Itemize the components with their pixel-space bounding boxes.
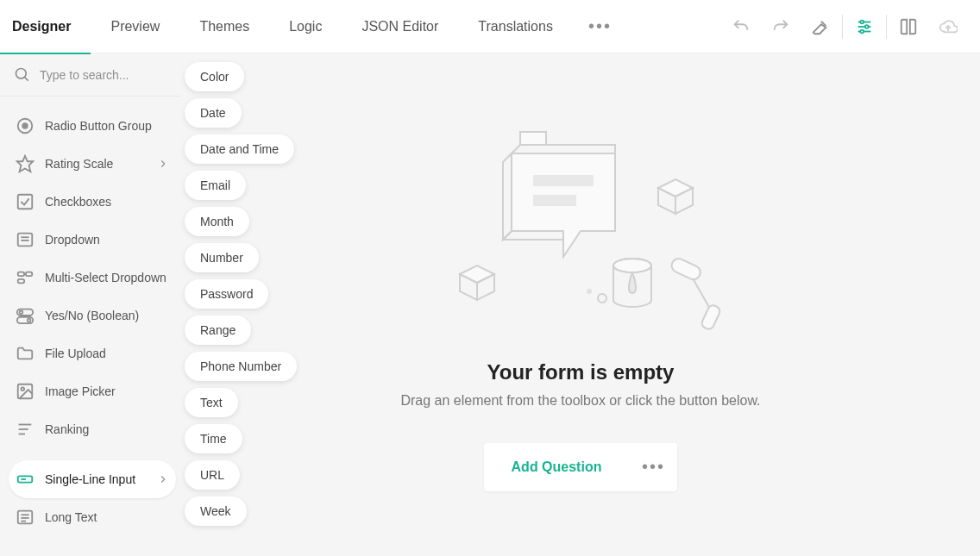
tool-multi-select-dropdown[interactable]: Multi-Select Dropdown <box>9 259 176 297</box>
submenu-item-password[interactable]: Password <box>185 279 268 309</box>
svg-marker-34 <box>503 153 512 240</box>
tab-designer[interactable]: Designer <box>0 0 91 53</box>
svg-rect-15 <box>18 272 24 277</box>
divider <box>842 15 843 39</box>
tab-themes[interactable]: Themes <box>179 0 269 53</box>
divider <box>886 15 887 39</box>
tool-label: Long Text <box>45 510 97 524</box>
submenu-item-text[interactable]: Text <box>185 388 238 417</box>
svg-marker-44 <box>460 266 494 283</box>
tool-label: Multi-Select Dropdown <box>45 271 166 284</box>
empty-title: Your form is empty <box>487 360 675 384</box>
svg-rect-17 <box>18 279 24 284</box>
tabs-more-button[interactable]: ••• <box>573 16 627 36</box>
chevron-right-icon <box>157 158 169 170</box>
tool-file-upload[interactable]: File Upload <box>9 334 176 372</box>
add-question-button[interactable]: Add Question <box>484 443 630 491</box>
svg-marker-35 <box>503 231 563 240</box>
search-bar <box>0 53 181 97</box>
svg-rect-11 <box>18 195 33 209</box>
tab-bar: Designer Preview Themes Logic JSON Edito… <box>0 0 627 53</box>
submenu-item-month[interactable]: Month <box>185 207 249 236</box>
tool-image-picker[interactable]: Image Picker <box>9 372 176 410</box>
submenu-item-time[interactable]: Time <box>185 424 242 453</box>
image-icon <box>16 382 35 401</box>
checkbox-icon <box>16 192 35 211</box>
long-text-icon <box>16 508 35 527</box>
tool-dropdown[interactable]: Dropdown <box>9 221 176 259</box>
tool-label: Checkboxes <box>45 195 111 209</box>
svg-line-7 <box>25 77 28 80</box>
dropdown-icon <box>16 230 35 249</box>
form-canvas: Your form is empty Drag an element from … <box>181 53 980 556</box>
tab-json-editor[interactable]: JSON Editor <box>342 0 458 53</box>
submenu-item-email[interactable]: Email <box>185 171 246 200</box>
add-question-bar: Add Question ••• <box>484 443 678 491</box>
book-button[interactable] <box>889 0 928 53</box>
cloud-upload-button[interactable] <box>928 0 968 53</box>
svg-marker-37 <box>512 145 615 153</box>
svg-point-21 <box>28 319 31 322</box>
ranking-icon <box>16 420 35 439</box>
tool-label: Rating Scale <box>45 157 113 171</box>
svg-rect-49 <box>669 256 702 281</box>
submenu-item-range[interactable]: Range <box>185 315 251 345</box>
submenu-item-url[interactable]: URL <box>185 460 240 490</box>
tool-label: Single-Line Input <box>45 472 135 486</box>
multiselect-icon <box>16 268 35 287</box>
toolbox-sidebar: Radio Button Group Rating Scale Checkbox… <box>0 53 181 556</box>
tool-ranking[interactable]: Ranking <box>9 410 176 448</box>
svg-marker-39 <box>533 175 594 186</box>
svg-rect-16 <box>26 272 32 277</box>
empty-subtitle: Drag an element from the toolbox or clic… <box>400 393 760 409</box>
tool-list: Radio Button Group Rating Scale Checkbox… <box>0 97 181 556</box>
tool-label: Yes/No (Boolean) <box>45 309 139 322</box>
tool-radio-group[interactable]: Radio Button Group <box>9 107 176 145</box>
submenu-item-date[interactable]: Date <box>185 98 242 128</box>
empty-illustration <box>434 119 727 343</box>
submenu-item-week[interactable]: Week <box>185 497 247 526</box>
svg-marker-38 <box>520 132 546 145</box>
main-area: Radio Button Group Rating Scale Checkbox… <box>0 53 980 556</box>
eraser-icon <box>811 17 830 36</box>
search-input[interactable] <box>40 68 167 82</box>
svg-marker-41 <box>658 179 693 197</box>
svg-point-3 <box>865 25 869 28</box>
clear-button[interactable] <box>801 0 840 53</box>
tool-checkboxes[interactable]: Checkboxes <box>9 183 176 221</box>
tab-translations[interactable]: Translations <box>458 0 573 53</box>
svg-point-19 <box>20 311 23 315</box>
book-icon <box>899 17 918 36</box>
svg-rect-51 <box>700 303 722 330</box>
submenu-item-color[interactable]: Color <box>185 62 244 91</box>
tab-logic[interactable]: Logic <box>269 0 342 53</box>
sliders-icon <box>855 17 874 36</box>
undo-button[interactable] <box>721 0 761 53</box>
svg-point-53 <box>598 294 606 303</box>
tool-label: File Upload <box>45 347 106 360</box>
tool-label: Radio Button Group <box>45 119 152 133</box>
tool-single-line-input[interactable]: Single-Line Input <box>9 460 176 498</box>
tool-label: Dropdown <box>45 233 100 247</box>
tool-boolean[interactable]: Yes/No (Boolean) <box>9 297 176 334</box>
toggle-icon <box>16 306 35 325</box>
redo-button[interactable] <box>761 0 801 53</box>
folder-icon <box>16 344 35 363</box>
settings-button[interactable] <box>845 0 884 53</box>
submenu-item-phone[interactable]: Phone Number <box>185 352 297 381</box>
submenu-item-number[interactable]: Number <box>185 243 259 272</box>
add-question-more-button[interactable]: ••• <box>629 443 677 491</box>
svg-point-5 <box>860 29 864 33</box>
svg-point-9 <box>22 123 28 128</box>
tab-preview[interactable]: Preview <box>91 0 179 53</box>
tool-rating-scale[interactable]: Rating Scale <box>9 145 176 183</box>
tool-long-text[interactable]: Long Text <box>9 498 176 536</box>
svg-line-50 <box>693 278 710 309</box>
tool-label: Image Picker <box>45 384 116 398</box>
cloud-upload-icon <box>939 17 958 36</box>
svg-marker-10 <box>17 156 33 172</box>
redo-icon <box>771 17 790 36</box>
submenu-item-datetime[interactable]: Date and Time <box>185 134 294 164</box>
input-type-submenu: Color Date Date and Time Email Month Num… <box>185 62 297 526</box>
text-input-icon <box>16 470 35 489</box>
